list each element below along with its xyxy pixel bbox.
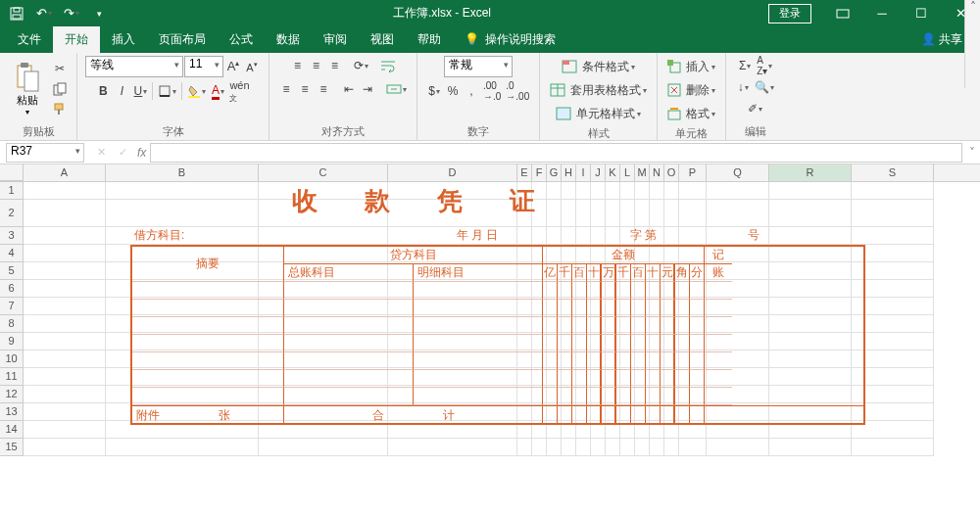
col-header[interactable]: E [517, 164, 532, 181]
gl-cell[interactable] [284, 300, 414, 317]
tab-review[interactable]: 审阅 [312, 26, 359, 53]
save-button[interactable] [6, 3, 27, 24]
col-header[interactable]: M [635, 164, 650, 181]
tell-me[interactable]: 💡操作说明搜索 [453, 26, 567, 53]
amount-cell[interactable] [543, 300, 558, 317]
detail-cell[interactable] [414, 264, 543, 282]
cell[interactable] [620, 182, 635, 200]
cell[interactable] [562, 439, 576, 456]
detail-cell[interactable] [414, 282, 543, 300]
fx-icon[interactable]: fx [137, 146, 146, 160]
font-size-select[interactable]: 11 [184, 56, 223, 77]
col-header[interactable]: J [591, 164, 606, 181]
col-header[interactable]: R [769, 164, 852, 181]
summary-cell[interactable] [132, 282, 284, 300]
amount-cell[interactable] [675, 264, 690, 282]
amount-cell[interactable] [602, 317, 616, 335]
number-format-select[interactable]: 常规 [444, 56, 513, 77]
merge-button[interactable] [384, 79, 409, 99]
amount-cell[interactable] [602, 282, 616, 300]
align-center-button[interactable]: ≡ [296, 79, 314, 99]
sort-filter-button[interactable]: AZ▾ [755, 56, 774, 75]
amount-cell[interactable] [543, 352, 558, 370]
gl-cell[interactable] [284, 352, 414, 370]
wrap-text-button[interactable] [378, 56, 398, 75]
amount-cell[interactable] [602, 300, 616, 317]
amount-cell[interactable] [661, 300, 675, 317]
row-header[interactable]: 8 [0, 315, 24, 333]
cell[interactable] [591, 200, 606, 227]
cell[interactable] [24, 368, 106, 386]
increase-font-button[interactable]: A▴ [224, 57, 242, 76]
col-header[interactable]: H [562, 164, 576, 181]
amount-cell[interactable] [587, 317, 602, 335]
decrease-decimal-button[interactable]: .0→.00 [504, 81, 531, 101]
jz-cell[interactable] [705, 300, 732, 317]
amount-cell[interactable] [631, 264, 646, 282]
amount-cell[interactable] [587, 300, 602, 317]
amount-cell[interactable] [661, 370, 675, 388]
redo-button[interactable]: ↷ [61, 3, 82, 24]
amount-cell[interactable] [646, 352, 661, 370]
amount-cell[interactable] [572, 264, 587, 282]
amount-cell[interactable] [558, 370, 572, 388]
paste-button[interactable]: 粘贴 ▾ [8, 62, 47, 117]
cell[interactable] [664, 182, 679, 200]
border-button[interactable] [156, 81, 178, 101]
amount-cell[interactable] [543, 317, 558, 335]
cell[interactable] [664, 439, 679, 456]
gl-cell[interactable] [284, 317, 414, 335]
bold-button[interactable]: B [94, 81, 112, 101]
fill-button[interactable]: ↓ [734, 77, 752, 97]
amount-cell[interactable] [558, 388, 572, 405]
row-header[interactable]: 2 [0, 200, 24, 227]
cell[interactable] [635, 182, 650, 200]
detail-cell[interactable] [414, 388, 543, 405]
tab-view[interactable]: 视图 [359, 26, 406, 53]
amount-cell[interactable] [587, 352, 602, 370]
cell[interactable] [606, 200, 620, 227]
amount-cell[interactable] [661, 335, 675, 352]
cell[interactable] [620, 200, 635, 227]
amount-cell[interactable] [690, 370, 705, 388]
cell[interactable] [707, 200, 769, 227]
amount-cell[interactable] [572, 335, 587, 352]
amount-cell[interactable] [675, 388, 690, 405]
cell[interactable] [24, 333, 106, 350]
amount-cell[interactable] [602, 335, 616, 352]
cell[interactable] [106, 182, 259, 200]
amount-cell[interactable] [675, 335, 690, 352]
align-bottom-button[interactable]: ≡ [326, 56, 344, 75]
summary-cell[interactable] [132, 352, 284, 370]
phonetic-button[interactable]: wén文 [227, 81, 251, 101]
amount-cell[interactable] [543, 388, 558, 405]
amount-cell[interactable] [616, 370, 631, 388]
amount-cell[interactable] [631, 335, 646, 352]
cut-button[interactable]: ✂ [51, 59, 69, 78]
increase-indent-button[interactable]: ⇥ [359, 79, 376, 99]
jz-cell[interactable] [705, 370, 732, 388]
row-header[interactable]: 14 [0, 421, 24, 439]
amount-cell[interactable] [646, 317, 661, 335]
detail-cell[interactable] [414, 300, 543, 317]
cell[interactable] [388, 439, 517, 456]
amount-cell[interactable] [587, 264, 602, 282]
amount-cell[interactable] [558, 264, 572, 282]
cell-styles-button[interactable]: 单元格样式 [554, 103, 643, 124]
cell[interactable] [24, 227, 106, 245]
cell[interactable] [852, 182, 934, 200]
increase-decimal-button[interactable]: .00→.0 [481, 81, 503, 101]
cell[interactable] [24, 421, 106, 439]
delete-cells-button[interactable]: 删除 [665, 79, 717, 101]
amount-cell[interactable] [646, 335, 661, 352]
login-button[interactable]: 登录 [768, 4, 811, 23]
clear-button[interactable]: ✐ [746, 99, 764, 118]
amount-cell[interactable] [543, 370, 558, 388]
cell[interactable] [24, 386, 106, 403]
row-header[interactable]: 13 [0, 403, 24, 421]
table-format-button[interactable]: 套用表格格式 [548, 79, 649, 101]
amount-cell[interactable] [690, 282, 705, 300]
accounting-format-button[interactable]: $ [425, 81, 443, 101]
gl-cell[interactable] [284, 388, 414, 405]
enter-fx[interactable]: ✓ [112, 146, 133, 159]
